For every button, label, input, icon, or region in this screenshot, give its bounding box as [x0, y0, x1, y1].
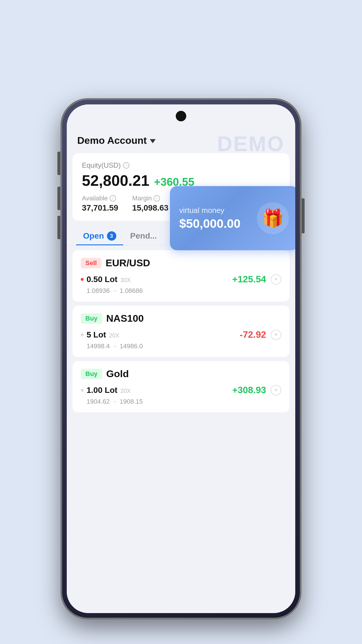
lot-info-nas100: 5 Lot 20X: [87, 330, 119, 340]
margin-item: Margin i 15,098.63: [132, 195, 169, 213]
trade-header-gold: Buy Gold: [81, 368, 281, 379]
trade-dot-eurusd: [81, 278, 84, 281]
trade-pnl-gold: +308.93: [232, 385, 266, 396]
virtual-money-card: virtual money $50,000.00 🎁: [170, 186, 295, 250]
arrow-icon-gold: →: [112, 399, 117, 405]
app-content: Demo Account DEMO Equity(USD) i 52,800.2…: [67, 128, 295, 613]
phone-device: Demo Account DEMO Equity(USD) i 52,800.2…: [61, 99, 301, 618]
trade-header-eurusd: Sell EUR/USD: [81, 257, 281, 269]
trade-badge-buy-nas: Buy: [81, 313, 102, 324]
trade-card-eurusd: Sell EUR/USD 0.50 Lot 30X: [73, 250, 289, 302]
virtual-money-text: virtual money $50,000.00: [179, 206, 240, 231]
trade-pnl-nas100: -72.92: [240, 329, 266, 340]
trade-row-eurusd: 0.50 Lot 30X +125.54 ×: [81, 274, 281, 285]
lot-value-gold: 1.00 Lot: [87, 386, 117, 395]
lot-info-eurusd: 0.50 Lot 30X: [87, 275, 131, 284]
trade-row-gold: 1.00 Lot 20X +308.93 ×: [81, 385, 281, 396]
equity-main-value: 52,800.21: [82, 172, 149, 189]
margin-value: 15,098.63: [132, 203, 169, 213]
close-trade-nas100[interactable]: ×: [271, 330, 281, 340]
trade-badge-sell: Sell: [81, 258, 101, 268]
virtual-money-label: virtual money: [179, 206, 240, 215]
margin-info-icon[interactable]: i: [154, 195, 160, 202]
lot-multiplier-nas100: 20X: [109, 332, 120, 339]
top-bar: Demo Account DEMO: [67, 128, 295, 151]
trade-left-eurusd: 0.50 Lot 30X: [81, 275, 131, 284]
trade-card-gold: Buy Gold 1.00 Lot 20X: [73, 361, 289, 412]
trade-dot-nas100: [81, 333, 84, 336]
lot-multiplier-gold: 20X: [120, 388, 131, 394]
arrow-icon-nas: →: [112, 343, 117, 349]
available-value: 37,701.59: [82, 203, 118, 213]
trade-prices-gold: 1904.62 → 1908.15: [87, 398, 281, 405]
close-trade-eurusd[interactable]: ×: [271, 274, 281, 285]
trade-symbol-eurusd: EUR/USD: [106, 257, 150, 269]
account-selector[interactable]: Demo Account: [77, 135, 156, 146]
camera-notch: [176, 111, 186, 121]
trade-dot-gold: [81, 389, 84, 392]
trade-row-nas100: 5 Lot 20X -72.92 ×: [81, 329, 281, 340]
lot-value-eurusd: 0.50 Lot: [87, 275, 117, 284]
available-item: Available i 37,701.59: [82, 195, 118, 213]
close-trade-gold[interactable]: ×: [271, 385, 281, 396]
equity-info-icon[interactable]: i: [123, 162, 129, 169]
phone-shell: Demo Account DEMO Equity(USD) i 52,800.2…: [61, 99, 301, 618]
virtual-money-amount: $50,000.00: [179, 217, 240, 231]
phone-screen: Demo Account DEMO Equity(USD) i 52,800.2…: [67, 104, 295, 613]
trade-header-nas100: Buy NAS100: [81, 313, 281, 324]
arrow-icon: →: [112, 288, 117, 294]
open-count-badge: 3: [107, 231, 116, 241]
margin-label: Margin i: [132, 195, 169, 202]
trade-prices-nas100: 14998.4 → 14986.0: [87, 342, 281, 350]
trade-card-nas100: Buy NAS100 5 Lot 20X: [73, 306, 289, 357]
lot-value-nas100: 5 Lot: [87, 330, 106, 340]
tab-open[interactable]: Open 3: [76, 228, 123, 245]
trade-symbol-gold: Gold: [106, 368, 129, 379]
trades-list: Sell EUR/USD 0.50 Lot 30X: [67, 246, 295, 417]
available-info-icon[interactable]: i: [110, 195, 116, 202]
available-label: Available i: [82, 195, 118, 202]
lot-multiplier-eurusd: 30X: [120, 277, 131, 284]
trade-symbol-nas100: NAS100: [106, 313, 144, 324]
chevron-down-icon: [150, 139, 156, 143]
gift-icon: 🎁: [257, 202, 289, 234]
account-name: Demo Account: [77, 135, 147, 146]
trade-badge-buy-gold: Buy: [81, 369, 102, 379]
tab-pending[interactable]: Pend...: [123, 228, 164, 245]
trade-pnl-eurusd: +125.54: [232, 274, 266, 285]
trade-prices-eurusd: 1.08936 → 1.08686: [87, 287, 281, 295]
trade-left-nas100: 5 Lot 20X: [81, 330, 119, 340]
demo-watermark: DEMO: [217, 132, 285, 156]
lot-info-gold: 1.00 Lot 20X: [87, 386, 131, 395]
trade-left-gold: 1.00 Lot 20X: [81, 386, 131, 395]
equity-label: Equity(USD) i: [82, 161, 280, 169]
